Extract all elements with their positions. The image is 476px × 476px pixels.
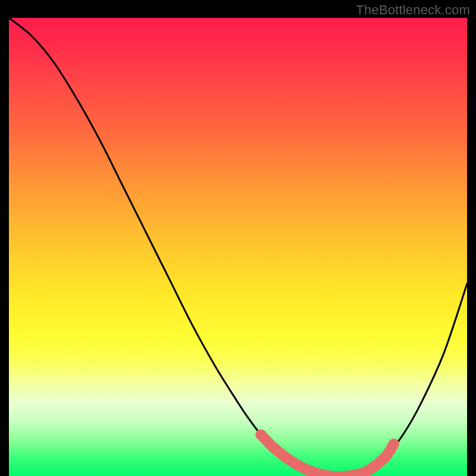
plot-area	[9, 18, 467, 476]
bottleneck-curve	[9, 18, 467, 476]
highlight-dots	[256, 430, 280, 454]
sweet-zone-highlight-path	[261, 435, 394, 476]
highlight-dot	[256, 430, 267, 440]
highlight-dot	[270, 443, 280, 454]
chart-stage: TheBottleneck.com	[0, 0, 476, 476]
bottleneck-curve-path	[9, 18, 467, 476]
chart-overlay	[9, 18, 467, 476]
sweet-zone-highlight	[261, 435, 394, 476]
watermark-text: TheBottleneck.com	[356, 2, 470, 18]
